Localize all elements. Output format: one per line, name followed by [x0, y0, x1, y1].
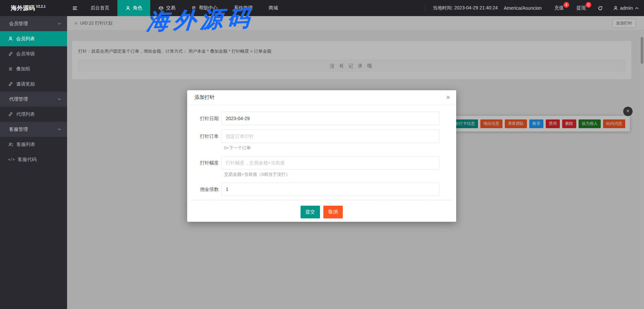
sidebar-group-label: 会员管理	[9, 21, 28, 26]
link-icon	[8, 112, 13, 117]
user-icon	[613, 6, 618, 11]
refresh-button[interactable]	[597, 5, 603, 11]
sidebar-item-support-list[interactable]: 客服列表	[0, 137, 67, 152]
nav-item-help-center[interactable]: 帮助中心	[183, 0, 226, 16]
sidebar-item-label: 会员列表	[16, 36, 35, 42]
sidebar-item-label: 叠加组	[16, 66, 30, 72]
commission-multiplier-input[interactable]	[221, 183, 439, 196]
nav-item-label: 角色	[133, 5, 142, 11]
sidebar-item-invite-reward[interactable]: 邀请奖励	[0, 76, 67, 92]
withdraw-badge: 0	[586, 2, 591, 8]
nav-item-label: 系统管理	[234, 5, 253, 11]
chevron-down-icon	[58, 22, 61, 25]
recharge-label: 充值	[554, 5, 564, 10]
injection-range-input[interactable]	[221, 156, 439, 169]
modal-header: 添加打针 ×	[187, 90, 456, 105]
sidebar-group-agents[interactable]: 代理管理	[0, 92, 67, 107]
field-label-range: 打针幅度	[187, 156, 221, 169]
chevron-down-icon	[58, 98, 61, 100]
nav-item-dashboard[interactable]: 后台首页	[83, 0, 117, 16]
nav-item-system[interactable]: 系统管理	[226, 0, 261, 16]
list-icon	[8, 66, 13, 71]
field-label-date: 打针日期	[187, 112, 221, 125]
sidebar-item-label: 代理列表	[16, 111, 35, 117]
range-help-text: 交易金额+当前值（0相当于没打）	[224, 171, 456, 177]
sidebar-item-stack-group[interactable]: 叠加组	[0, 61, 67, 76]
person-icon	[8, 36, 13, 41]
nav-item-roles[interactable]: 角色	[117, 0, 150, 16]
nav-item-mall[interactable]: 商城	[261, 0, 286, 16]
link-icon	[8, 51, 13, 56]
sidebar: 会员管理 会员列表 会员等级 叠加组 邀请奖励 代理管理	[0, 16, 67, 309]
menu-toggle-button[interactable]	[67, 5, 83, 11]
app-version: V2.2.1	[36, 5, 46, 8]
sidebar-group-support[interactable]: 客服管理	[0, 122, 67, 137]
code-icon: </>	[8, 158, 15, 162]
chevron-down-icon	[58, 128, 61, 131]
hamburger-icon	[72, 5, 78, 11]
local-time: 当地时间: 2023-04-29 21:40:24	[425, 5, 498, 11]
app-title: 海外源码	[11, 5, 35, 11]
user-name: admin	[620, 5, 633, 11]
navbar-right: 当地时间: 2023-04-29 21:40:24 America/Asunci…	[425, 0, 644, 16]
sidebar-item-support-code[interactable]: </> 客服代码	[0, 152, 67, 167]
order-help-text: 0=下一个订单	[224, 145, 456, 151]
sidebar-group-label: 代理管理	[9, 96, 28, 102]
sidebar-item-label: 客服代码	[18, 157, 37, 163]
nav-item-label: 帮助中心	[199, 5, 218, 11]
sidebar-item-member-level[interactable]: 会员等级	[0, 46, 67, 61]
flag-icon	[192, 6, 197, 11]
field-label-order: 打针订单	[187, 130, 221, 143]
sidebar-item-agent-list[interactable]: 代理列表	[0, 107, 67, 122]
injection-order-input[interactable]	[221, 130, 439, 143]
cancel-button[interactable]: 取消	[323, 206, 343, 218]
close-icon[interactable]: ×	[446, 94, 450, 101]
sidebar-group-members[interactable]: 会员管理	[0, 16, 67, 31]
withdraw-link[interactable]: 提现 0	[577, 5, 586, 11]
recharge-badge: 4	[564, 2, 569, 8]
sidebar-group-label: 客服管理	[9, 126, 28, 132]
person-icon	[125, 6, 130, 11]
modal-title: 添加打针	[195, 94, 215, 101]
injection-date-input[interactable]	[221, 112, 439, 125]
link-icon	[8, 82, 13, 87]
people-icon	[8, 142, 13, 147]
nav-item-label: 商城	[269, 5, 278, 11]
modal-footer: 提交 取消	[187, 206, 456, 218]
modal-body: 打针日期 打针订单 0=下一个订单 打针幅度 交易金额+当前值（0相当于没打） …	[187, 105, 456, 218]
nav-item-label: 交易	[166, 5, 175, 11]
refresh-icon	[597, 5, 603, 11]
scales-icon	[158, 5, 164, 11]
sidebar-item-member-list[interactable]: 会员列表	[0, 31, 67, 46]
submit-button[interactable]: 提交	[301, 206, 320, 218]
dashed-divider	[191, 200, 453, 200]
chevron-up-icon	[635, 7, 639, 9]
user-menu[interactable]: admin	[613, 5, 639, 11]
field-label-commission: 佣金倍数	[187, 183, 221, 196]
withdraw-label: 提现	[577, 5, 586, 10]
sidebar-item-label: 邀请奖励	[16, 81, 35, 87]
recharge-link[interactable]: 充值 4	[554, 5, 564, 11]
timezone: America/Asuncion	[504, 5, 542, 11]
sidebar-item-label: 客服列表	[16, 142, 35, 148]
sidebar-item-label: 会员等级	[16, 51, 35, 57]
nav-item-trade[interactable]: 交易	[150, 0, 183, 16]
top-navbar: 海外源码V2.2.1 后台首页 角色 交易 帮助中心	[0, 0, 644, 16]
main-menu: 后台首页 角色 交易 帮助中心 系统管理 商城	[83, 0, 286, 16]
nav-item-label: 后台首页	[91, 5, 109, 11]
app-logo: 海外源码V2.2.1	[0, 4, 67, 12]
add-injection-modal: 添加打针 × 打针日期 打针订单 0=下一个订单 打针幅度 交易金额+当前值（0…	[187, 90, 456, 222]
